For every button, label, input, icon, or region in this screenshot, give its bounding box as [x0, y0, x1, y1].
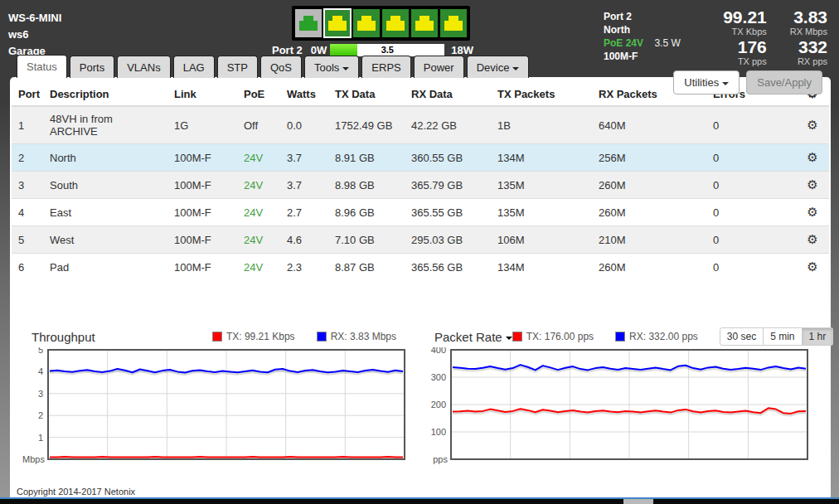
range-30sec-button[interactable]: 30 sec: [720, 327, 764, 346]
ethernet-jack-icon: [356, 15, 376, 32]
ethernet-jack-icon: [386, 15, 405, 32]
tx-legend-swatch: [212, 332, 222, 342]
stat-rx-mbps: 3.83 RX Mbps: [790, 8, 827, 36]
taskbar-icon[interactable]: [623, 499, 653, 504]
summary-description: North: [604, 23, 681, 36]
svg-text:4: 4: [38, 366, 43, 376]
packet-rate-legend: TX: 176.00 pps RX: 332.00 pps: [512, 331, 720, 342]
gear-icon[interactable]: ⚙: [807, 118, 817, 132]
caret-down-icon: [722, 82, 729, 85]
packet-rate-dropdown[interactable]: Packet Rate: [434, 330, 512, 344]
svg-text:5: 5: [38, 347, 43, 355]
svg-text:400: 400: [431, 347, 446, 355]
port-row-1[interactable]: 148VH in from ARCHIVE1GOff0.01752.49 GB4…: [12, 106, 829, 144]
ethernet-jack-icon: [298, 15, 318, 32]
stat-tx-kbps: 99.21 TX Kbps: [723, 8, 767, 36]
port-led-panel: [292, 6, 470, 41]
tab-qos[interactable]: QoS: [260, 56, 302, 78]
ethernet-jack-icon: [327, 15, 347, 32]
device-info: WS-6-MINI ws6 Garage: [8, 10, 61, 60]
svg-text:2: 2: [38, 410, 43, 420]
summary-poe: PoE 24V: [604, 37, 643, 49]
port-status-table: Port Description Link PoE Watts TX Data …: [12, 82, 829, 280]
svg-text:100: 100: [431, 427, 446, 437]
device-model: WS-6-MINI: [8, 10, 61, 27]
gear-icon[interactable]: ⚙: [807, 177, 817, 191]
tab-stp[interactable]: STP: [217, 56, 258, 78]
utilities-button[interactable]: Utilities: [673, 70, 740, 94]
range-1hr-button[interactable]: 1 hr: [803, 327, 834, 346]
gear-icon[interactable]: ⚙: [807, 150, 817, 164]
throughput-chart-block: Throughput TX: 99.21 Kbps RX: 3.83 Mbps …: [10, 326, 418, 473]
copyright-text: Copyright 2014-2017 Netonix: [17, 487, 135, 497]
port-row-5[interactable]: 5West100M-F24V4.67.10 GB295.03 GB106M210…: [12, 226, 829, 254]
port-row-4[interactable]: 4East100M-F24V2.78.96 GB365.55 GB135M260…: [12, 199, 829, 226]
save-apply-button[interactable]: Save/Apply: [746, 70, 822, 94]
netonix-switch-ui: WS-6-MINI ws6 Garage Port 2 0W 3.5 18W P…: [0, 0, 839, 504]
tab-status[interactable]: Status: [17, 55, 67, 78]
port-led-5[interactable]: [411, 9, 438, 37]
svg-text:pps: pps: [433, 454, 448, 464]
packet-rate-chart-block: Packet Rate TX: 176.00 pps RX: 332.00 pp…: [418, 326, 827, 473]
throughput-chart: 54321Mbps: [22, 347, 411, 470]
rx-legend-swatch: [615, 332, 625, 342]
tab-vlans[interactable]: VLANs: [117, 56, 170, 78]
svg-text:3: 3: [38, 389, 43, 399]
ethernet-jack-icon: [444, 15, 463, 32]
ethernet-jack-icon: [415, 15, 434, 32]
time-range-group: 30 sec 5 min 1 hr: [720, 327, 833, 346]
svg-text:200: 200: [431, 400, 446, 410]
range-5min-button[interactable]: 5 min: [764, 327, 802, 346]
taskbar-strip: [0, 497, 839, 504]
svg-text:1: 1: [38, 433, 43, 443]
port-row-6[interactable]: 6Pad100M-F24V2.38.87 GB365.56 GB134M260M…: [12, 254, 829, 281]
device-name: ws6: [8, 27, 61, 43]
port-led-1[interactable]: [295, 9, 322, 37]
tab-ports[interactable]: Ports: [70, 56, 114, 78]
summary-watts: 3.5 W: [654, 37, 680, 49]
svg-text:300: 300: [431, 372, 446, 382]
tab-lag[interactable]: LAG: [173, 56, 215, 78]
tab-tools[interactable]: Tools: [304, 56, 359, 78]
gear-icon[interactable]: ⚙: [807, 205, 817, 219]
port-led-6[interactable]: [440, 9, 467, 37]
port-row-3[interactable]: 3South100M-F24V3.78.98 GB365.79 GB135M26…: [12, 172, 829, 199]
throughput-legend: TX: 99.21 Kbps RX: 3.83 Mbps: [212, 331, 418, 342]
tab-power[interactable]: Power: [414, 56, 464, 78]
gear-icon[interactable]: ⚙: [807, 232, 817, 246]
svg-text:Mbps: Mbps: [22, 454, 45, 464]
tab-erps[interactable]: ERPS: [361, 56, 410, 78]
header-buttons: Utilities Save/Apply: [673, 70, 822, 94]
tx-legend-swatch: [512, 332, 522, 342]
caret-down-icon: [342, 67, 349, 70]
port-led-4[interactable]: [382, 9, 409, 37]
caret-down-icon: [512, 67, 519, 70]
summary-port: Port 2: [604, 10, 681, 23]
port-row-2[interactable]: 2North100M-F24V3.78.91 GB360.55 GB134M25…: [12, 144, 829, 172]
summary-poe-line: PoE 24V 3.5 W: [604, 36, 681, 50]
charts-section: Throughput TX: 99.21 Kbps RX: 3.83 Mbps …: [10, 326, 831, 473]
caret-down-icon: [506, 337, 512, 340]
port-led-3[interactable]: [353, 9, 380, 37]
gear-icon[interactable]: ⚙: [807, 259, 817, 274]
packet-rate-chart: 400300200100pps: [424, 347, 814, 470]
tab-device[interactable]: Device: [467, 56, 530, 78]
port-led-2[interactable]: [324, 9, 351, 37]
main-panel: Status Ports VLANs LAG STP QoS Tools ERP…: [10, 77, 831, 498]
rx-legend-swatch: [317, 332, 327, 342]
throughput-chart-title: Throughput: [32, 330, 95, 344]
